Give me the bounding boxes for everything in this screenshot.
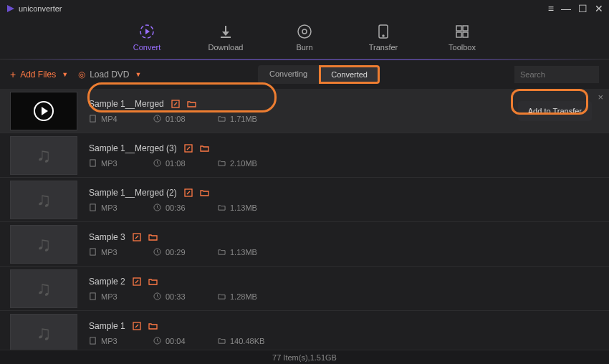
- clock-icon: [153, 248, 161, 256]
- svg-point-9: [383, 35, 384, 37]
- maximize-icon[interactable]: ☐: [578, 3, 588, 14]
- app-logo-icon: [6, 4, 16, 14]
- svg-rect-15: [90, 115, 95, 122]
- load-dvd-label: Load DVD: [90, 70, 129, 80]
- svg-rect-27: [90, 293, 95, 300]
- item-duration: 00:29: [166, 248, 186, 257]
- clock-icon: [153, 292, 161, 300]
- svg-rect-12: [456, 32, 461, 37]
- item-format: MP3: [101, 292, 118, 301]
- nav-transfer[interactable]: Transfer: [362, 23, 405, 52]
- nav-convert[interactable]: Convert: [125, 23, 168, 52]
- open-folder-icon[interactable]: [200, 188, 209, 197]
- item-format: MP3: [101, 159, 118, 168]
- item-duration: 00:04: [166, 337, 186, 345]
- load-dvd-button[interactable]: ◎ Load DVD ▼: [78, 70, 141, 80]
- edit-icon[interactable]: [133, 322, 141, 330]
- tab-converting[interactable]: Converting: [258, 65, 319, 84]
- list-item[interactable]: ♫Sample 1MP300:04140.48KB: [0, 311, 609, 351]
- app-title: uniconverter: [19, 4, 62, 13]
- menu-icon[interactable]: ≡: [548, 3, 554, 14]
- nav-label: Download: [208, 43, 244, 52]
- svg-rect-30: [90, 337, 95, 344]
- tab-label: Converted: [331, 70, 368, 79]
- tab-label: Converting: [269, 70, 307, 78]
- file-icon: [89, 292, 97, 300]
- titlebar: uniconverter ≡ — ☐ ✕: [0, 0, 609, 17]
- item-title: Sample 2: [89, 277, 125, 287]
- nav-label: Burn: [296, 43, 312, 52]
- play-icon: [34, 101, 54, 121]
- edit-icon[interactable]: [184, 188, 193, 197]
- file-icon: [89, 203, 97, 211]
- audio-thumbnail[interactable]: ♫: [10, 269, 77, 308]
- edit-icon[interactable]: [171, 100, 180, 108]
- search-box[interactable]: [514, 66, 599, 83]
- open-folder-icon[interactable]: [148, 277, 158, 286]
- list-item[interactable]: ♫Sample 1__Merged (3)MP301:082.10MB: [0, 133, 609, 178]
- add-to-transfer-button[interactable]: Add to Transfer: [518, 101, 592, 121]
- svg-rect-18: [90, 160, 95, 166]
- edit-icon[interactable]: [184, 144, 193, 153]
- item-title: Sample 1__Merged: [89, 99, 164, 109]
- nav-download[interactable]: Download: [204, 23, 247, 52]
- open-folder-icon[interactable]: [200, 144, 209, 153]
- item-format: MP4: [101, 115, 118, 123]
- add-files-button[interactable]: + Add Files ▼: [10, 69, 68, 80]
- remove-item-icon[interactable]: ×: [598, 92, 603, 102]
- audio-thumbnail[interactable]: ♫: [10, 314, 77, 351]
- item-size: 140.48KB: [230, 337, 264, 345]
- audio-thumbnail[interactable]: ♫: [10, 136, 77, 175]
- audio-thumbnail[interactable]: ♫: [10, 225, 77, 264]
- nav-toolbox[interactable]: Toolbox: [441, 23, 484, 52]
- music-note-icon: ♫: [37, 277, 52, 300]
- svg-marker-2: [145, 29, 150, 34]
- music-note-icon: ♫: [37, 233, 52, 256]
- nav-label: Toolbox: [449, 43, 476, 52]
- search-input[interactable]: [520, 70, 593, 79]
- item-info: Sample 2MP300:331.28MB: [77, 267, 599, 310]
- edit-icon[interactable]: [133, 277, 141, 286]
- item-info: Sample 1__Merged (3)MP301:082.10MB: [77, 133, 599, 177]
- music-note-icon: ♫: [37, 188, 52, 211]
- item-title: Sample 1__Merged (3): [89, 143, 177, 153]
- file-icon: [89, 337, 97, 345]
- open-folder-icon[interactable]: [148, 233, 158, 241]
- minimize-icon[interactable]: —: [561, 3, 571, 14]
- folder-icon: [218, 248, 226, 256]
- video-thumbnail[interactable]: [10, 92, 77, 130]
- item-actions: Add to Transfer: [518, 89, 599, 133]
- plus-icon: +: [10, 69, 16, 80]
- transfer-icon: [375, 23, 392, 40]
- svg-point-6: [298, 25, 311, 38]
- item-size: 2.10MB: [230, 159, 257, 168]
- clock-icon: [153, 115, 161, 123]
- item-size: 1.71MB: [230, 115, 257, 123]
- list-item[interactable]: Sample 1__MergedMP401:081.71MBAdd to Tra…: [0, 89, 609, 133]
- edit-icon[interactable]: [133, 233, 141, 241]
- nav-burn[interactable]: Burn: [283, 23, 326, 52]
- open-folder-icon[interactable]: [148, 322, 158, 330]
- toolbar: + Add Files ▼ ◎ Load DVD ▼ Converting Co…: [0, 60, 609, 89]
- clock-icon: [153, 203, 161, 211]
- list-item[interactable]: ♫Sample 1__Merged (2)MP300:361.13MB: [0, 178, 609, 222]
- chevron-down-icon[interactable]: ▼: [135, 71, 142, 78]
- file-icon: [89, 115, 97, 123]
- item-size: 1.13MB: [230, 203, 257, 212]
- burn-icon: [296, 23, 313, 40]
- file-icon: [89, 159, 97, 167]
- tab-converted[interactable]: Converted: [319, 65, 380, 84]
- list-item[interactable]: ♫Sample 2MP300:331.28MB: [0, 267, 609, 311]
- item-duration: 00:33: [166, 292, 186, 301]
- item-info: Sample 1__MergedMP401:081.71MB: [77, 89, 518, 133]
- open-folder-icon[interactable]: [187, 100, 196, 108]
- list-item[interactable]: ♫Sample 3MP300:291.13MB: [0, 222, 609, 267]
- close-window-icon[interactable]: ✕: [595, 3, 603, 14]
- chevron-down-icon[interactable]: ▼: [62, 71, 68, 78]
- tab-switch: Converting Converted: [258, 65, 380, 84]
- item-duration: 01:08: [166, 159, 186, 168]
- item-info: Sample 1__Merged (2)MP300:361.13MB: [77, 178, 599, 221]
- audio-thumbnail[interactable]: ♫: [10, 181, 77, 219]
- item-title: Sample 1: [89, 321, 125, 331]
- file-list: Sample 1__MergedMP401:081.71MBAdd to Tra…: [0, 89, 609, 351]
